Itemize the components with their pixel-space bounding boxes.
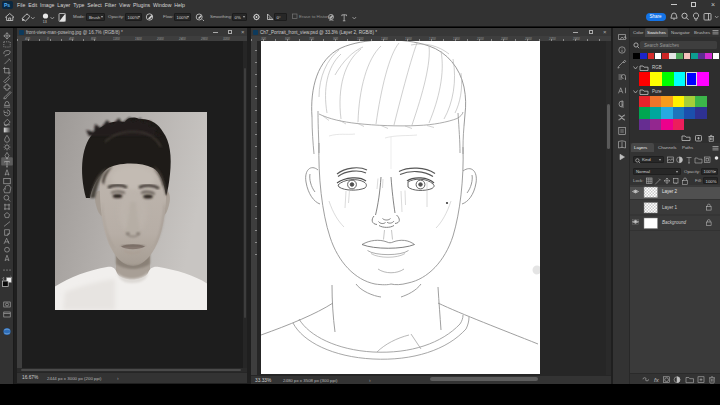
svg-text:fx: fx: [654, 377, 660, 383]
svg-text:13: 13: [43, 20, 47, 24]
